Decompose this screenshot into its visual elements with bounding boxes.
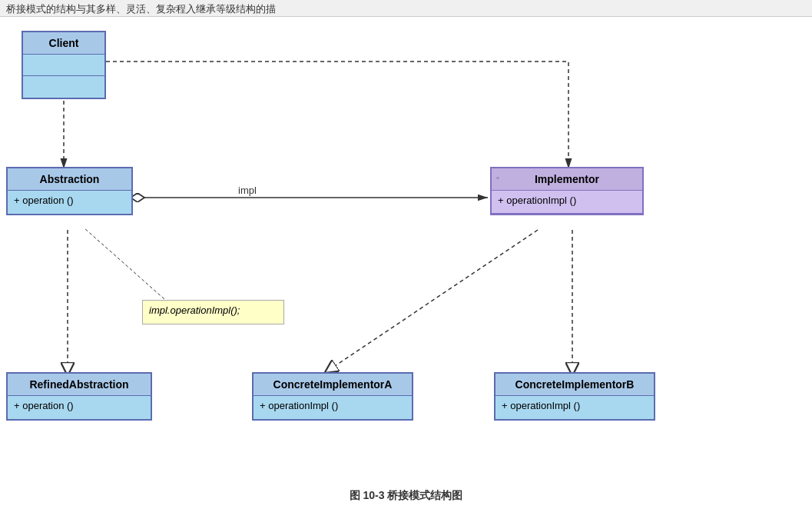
refined-abstraction-header: RefinedAbstraction: [8, 374, 151, 396]
implementor-section: + operationImpl (): [492, 191, 642, 214]
concrete-implementor-b-section: + operationImpl (): [495, 396, 654, 419]
concrete-implementor-a-header: ConcreteImplementorA: [254, 374, 412, 396]
implementor-class: ◦ Implementor + operationImpl (): [490, 167, 644, 215]
client-header: Client: [23, 32, 104, 55]
page-container: 桥接模式的结构与其多样、灵活、复杂程入继承等级结构的描: [0, 0, 812, 509]
refined-abstraction-section: + operation (): [8, 396, 151, 419]
concrete-implementor-b-header: ConcreteImplementorB: [495, 374, 654, 396]
caption-text: 图 10-3 桥接模式结构图: [350, 489, 463, 501]
caption: 图 10-3 桥接模式结构图: [0, 489, 812, 503]
refined-abstraction-class: RefinedAbstraction + operation (): [6, 372, 152, 421]
abstraction-class: Abstraction + operation (): [6, 167, 133, 215]
top-text-bar: 桥接模式的结构与其多样、灵活、复杂程入继承等级结构的描: [0, 0, 812, 17]
implementor-header: ◦ Implementor: [492, 168, 642, 191]
client-section1: [23, 55, 104, 76]
note-text: impl.operationImpl();: [149, 304, 240, 316]
abstraction-header: Abstraction: [8, 168, 131, 191]
concrete-implementor-b-class: ConcreteImplementorB + operationImpl (): [494, 372, 655, 421]
svg-line-4: [330, 230, 538, 369]
client-section2: [23, 76, 104, 98]
client-class: Client: [22, 31, 106, 99]
abstraction-section: + operation (): [8, 191, 131, 214]
top-text-content: 桥接模式的结构与其多样、灵活、复杂程入继承等级结构的描: [6, 3, 276, 15]
diagram-area: Client Abstraction + operation () impl ◦…: [0, 17, 812, 478]
note-box: impl.operationImpl();: [142, 300, 284, 324]
impl-label: impl: [238, 185, 257, 196]
concrete-implementor-a-section: + operationImpl (): [254, 396, 412, 419]
concrete-implementor-a-class: ConcreteImplementorA + operationImpl (): [252, 372, 413, 421]
